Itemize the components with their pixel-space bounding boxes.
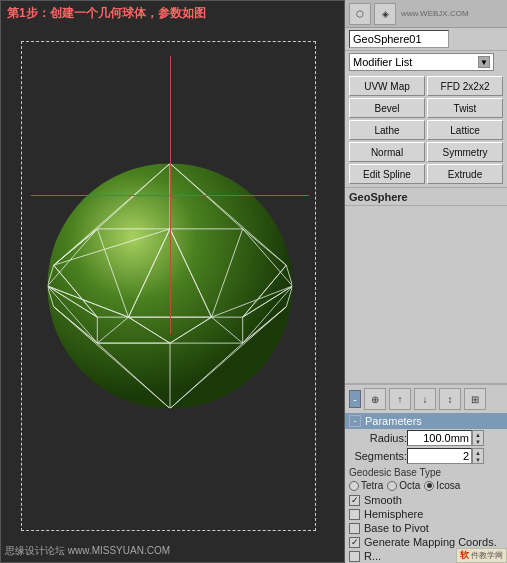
btn-normal[interactable]: Normal — [349, 142, 425, 162]
nav-icons: - ⊕ ↑ ↓ ↕ ⊞ — [345, 384, 507, 413]
segments-input[interactable] — [407, 448, 472, 464]
radio-tetra-btn[interactable] — [349, 481, 359, 491]
object-name-input[interactable] — [349, 30, 449, 48]
nav-icon-grid[interactable]: ⊞ — [464, 388, 486, 410]
toolbar-icon-2[interactable]: ◈ — [374, 3, 396, 25]
checkbox-r[interactable] — [349, 551, 360, 562]
object-name-bar — [345, 28, 507, 51]
radio-tetra[interactable]: Tetra — [349, 480, 383, 491]
right-panel: ⬡ ◈ www.WEBJX.COM Modifier List ▼ UVW Ma… — [345, 0, 507, 563]
parameters-section: - Parameters Radius: ▲ ▼ Segments: ▲ ▼ — [345, 413, 507, 563]
parameters-header: - Parameters — [345, 413, 507, 429]
watermark-top: www.WEBJX.COM — [401, 9, 469, 18]
viewport-bottom-label: 思缘设计论坛 www.MISSYUAN.COM — [5, 544, 170, 558]
radius-spinner[interactable]: ▲ ▼ — [472, 430, 484, 446]
radio-octa[interactable]: Octa — [387, 480, 420, 491]
radius-input[interactable] — [407, 430, 472, 446]
radius-spinner-down[interactable]: ▼ — [473, 438, 483, 445]
btn-lattice[interactable]: Lattice — [427, 120, 503, 140]
checkbox-basetopivot-label: Base to Pivot — [364, 522, 429, 534]
radio-octa-btn[interactable] — [387, 481, 397, 491]
modifier-dropdown-arrow: ▼ — [478, 56, 490, 68]
radio-icosa-btn[interactable] — [424, 481, 434, 491]
top-toolbar: ⬡ ◈ www.WEBJX.COM — [345, 0, 507, 28]
btn-edit-spline[interactable]: Edit Spline — [349, 164, 425, 184]
checkbox-basetopivot[interactable] — [349, 523, 360, 534]
btn-symmetry[interactable]: Symmetry — [427, 142, 503, 162]
btn-lathe[interactable]: Lathe — [349, 120, 425, 140]
checkbox-mapping[interactable] — [349, 537, 360, 548]
nav-icon-up[interactable]: ↑ — [389, 388, 411, 410]
params-collapse-btn[interactable]: - — [349, 415, 361, 427]
btn-extrude[interactable]: Extrude — [427, 164, 503, 184]
geodesic-section: Geodesic Base Type Tetra Octa Icosa — [345, 465, 507, 493]
checkbox-smooth[interactable] — [349, 495, 360, 506]
radio-icosa[interactable]: Icosa — [424, 480, 460, 491]
btn-uvw-map[interactable]: UVW Map — [349, 76, 425, 96]
btn-twist[interactable]: Twist — [427, 98, 503, 118]
nav-icon-down[interactable]: ↓ — [414, 388, 436, 410]
toolbar-icon-1[interactable]: ⬡ — [349, 3, 371, 25]
checkbox-hemisphere-row: Hemisphere — [345, 507, 507, 521]
checkbox-mapping-row: Generate Mapping Coords. — [345, 535, 507, 549]
radius-row: Radius: ▲ ▼ — [345, 429, 507, 447]
viewport[interactable]: 第1步：创建一个几何球体，参数如图 — [0, 0, 345, 563]
segments-spinner-up[interactable]: ▲ — [473, 449, 483, 456]
object-type-label: GeoSphere — [345, 187, 507, 205]
checkbox-r-row: R... 软 件教学网 — [345, 549, 507, 563]
geodesic-radios: Tetra Octa Icosa — [349, 480, 503, 491]
radius-input-group: ▲ ▼ — [407, 430, 484, 446]
checkbox-hemisphere[interactable] — [349, 509, 360, 520]
segments-spinner[interactable]: ▲ ▼ — [472, 448, 484, 464]
segments-label: Segments: — [349, 450, 407, 462]
checkbox-smooth-row: Smooth — [345, 493, 507, 507]
nav-minus-btn[interactable]: - — [349, 390, 361, 408]
radio-octa-label: Octa — [399, 480, 420, 491]
btn-bevel[interactable]: Bevel — [349, 98, 425, 118]
checkbox-mapping-label: Generate Mapping Coords. — [364, 536, 497, 548]
radius-label: Radius: — [349, 432, 407, 444]
step-label: 第1步：创建一个几何球体，参数如图 — [7, 5, 206, 22]
segments-row: Segments: ▲ ▼ — [345, 447, 507, 465]
modifier-list-bar: Modifier List ▼ — [345, 51, 507, 73]
history-area — [345, 205, 507, 384]
checkbox-r-label: R... — [364, 550, 381, 562]
segments-input-group: ▲ ▼ — [407, 448, 484, 464]
modifier-list-label: Modifier List — [353, 56, 412, 68]
nav-icon-swap[interactable]: ↕ — [439, 388, 461, 410]
btn-ffd[interactable]: FFD 2x2x2 — [427, 76, 503, 96]
radius-spinner-up[interactable]: ▲ — [473, 431, 483, 438]
nav-icon-pin[interactable]: ⊕ — [364, 388, 386, 410]
axis-y — [170, 56, 171, 334]
segments-spinner-down[interactable]: ▼ — [473, 456, 483, 463]
modifier-buttons-grid: UVW Map FFD 2x2x2 Bevel Twist Lathe Latt… — [345, 73, 507, 187]
radio-tetra-label: Tetra — [361, 480, 383, 491]
modifier-list-dropdown[interactable]: Modifier List ▼ — [349, 53, 494, 71]
checkbox-smooth-label: Smooth — [364, 494, 402, 506]
checkbox-hemisphere-label: Hemisphere — [364, 508, 423, 520]
checkbox-basetopivot-row: Base to Pivot — [345, 521, 507, 535]
geodesic-label: Geodesic Base Type — [349, 467, 503, 478]
parameters-title: Parameters — [365, 415, 422, 427]
radio-icosa-label: Icosa — [436, 480, 460, 491]
rjzw-watermark: 软 件教学网 — [456, 548, 507, 563]
